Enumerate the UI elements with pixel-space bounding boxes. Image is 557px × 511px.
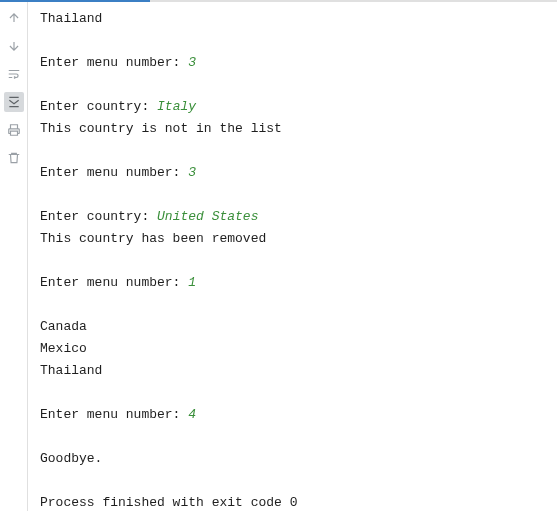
console-text: Goodbye.	[40, 451, 102, 466]
scroll-to-end-icon[interactable]	[4, 92, 24, 112]
console-line	[40, 30, 547, 52]
console-prompt: Enter menu number:	[40, 275, 188, 290]
arrow-up-icon[interactable]	[4, 8, 24, 28]
console-line: Thailand	[40, 8, 547, 30]
console-prompt: Enter country:	[40, 99, 157, 114]
console-user-input: Italy	[157, 99, 196, 114]
print-icon[interactable]	[4, 120, 24, 140]
console-line	[40, 250, 547, 272]
console-line	[40, 382, 547, 404]
console-toolbar	[0, 2, 28, 511]
console-line	[40, 184, 547, 206]
console-output[interactable]: ThailandEnter menu number: 3Enter countr…	[28, 2, 557, 511]
console-text: This country is not in the list	[40, 121, 282, 136]
console-user-input: United States	[157, 209, 258, 224]
console-line: Canada	[40, 316, 547, 338]
console-prompt: Enter menu number:	[40, 165, 188, 180]
console-line: Process finished with exit code 0	[40, 492, 547, 511]
console-line: Goodbye.	[40, 448, 547, 470]
console-prompt: Enter country:	[40, 209, 157, 224]
console-line	[40, 470, 547, 492]
main-area: ThailandEnter menu number: 3Enter countr…	[0, 2, 557, 511]
console-text: Thailand	[40, 11, 102, 26]
console-line: This country has been removed	[40, 228, 547, 250]
console-user-input: 3	[188, 165, 196, 180]
console-user-input: 4	[188, 407, 196, 422]
console-line	[40, 426, 547, 448]
trash-icon[interactable]	[4, 148, 24, 168]
console-line: This country is not in the list	[40, 118, 547, 140]
console-prompt: Enter menu number:	[40, 407, 188, 422]
console-user-input: 3	[188, 55, 196, 70]
top-border	[0, 0, 557, 2]
console-text: Canada	[40, 319, 87, 334]
console-text: This country has been removed	[40, 231, 266, 246]
wrap-icon[interactable]	[4, 64, 24, 84]
arrow-down-icon[interactable]	[4, 36, 24, 56]
exit-message: Process finished with exit code 0	[40, 495, 297, 510]
console-text: Mexico	[40, 341, 87, 356]
console-line: Enter country: United States	[40, 206, 547, 228]
console-text: Thailand	[40, 363, 102, 378]
console-line: Enter menu number: 3	[40, 162, 547, 184]
console-line: Mexico	[40, 338, 547, 360]
console-line	[40, 294, 547, 316]
console-line	[40, 74, 547, 96]
console-prompt: Enter menu number:	[40, 55, 188, 70]
console-line: Enter country: Italy	[40, 96, 547, 118]
console-line	[40, 140, 547, 162]
active-tab-indicator	[0, 0, 150, 2]
console-line: Enter menu number: 3	[40, 52, 547, 74]
console-line: Thailand	[40, 360, 547, 382]
console-line: Enter menu number: 4	[40, 404, 547, 426]
console-line: Enter menu number: 1	[40, 272, 547, 294]
console-user-input: 1	[188, 275, 196, 290]
